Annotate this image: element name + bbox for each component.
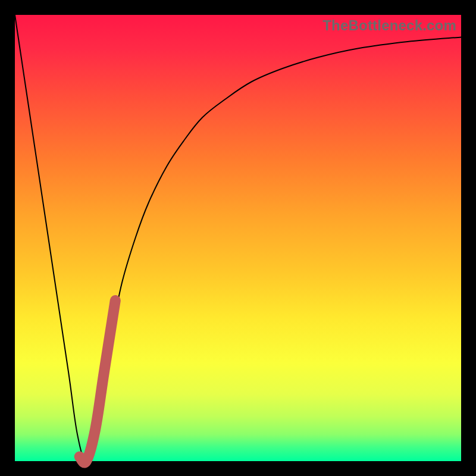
highlight-segment (80, 300, 115, 462)
watermark-text: TheBottleneck.com (322, 17, 456, 34)
chart-container: TheBottleneck.com (0, 0, 476, 476)
curve-layer (15, 15, 461, 461)
bottleneck-curve (15, 15, 461, 461)
plot-area: TheBottleneck.com (15, 15, 461, 461)
